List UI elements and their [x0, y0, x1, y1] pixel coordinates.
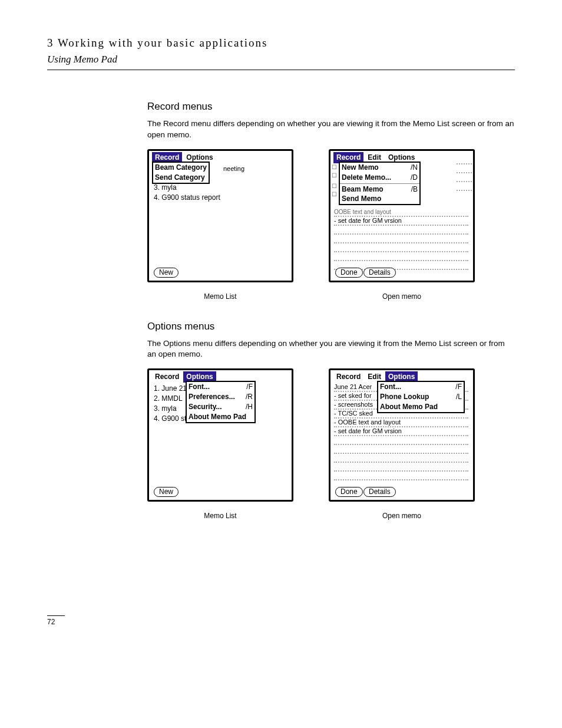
record-dropdown: New Memo/N Delete Memo.../D Beam Memo/B …	[339, 162, 421, 205]
memo-line: screenshots	[334, 401, 373, 409]
memo-line: TC/SC sked	[334, 410, 373, 417]
memo-line: set date for GM vrsion	[334, 217, 402, 225]
menu-send-category[interactable]: Send Category	[153, 173, 209, 183]
menu-security[interactable]: Security.../H	[187, 402, 254, 412]
memo-line: set date for GM vrsion	[334, 427, 402, 435]
menu-record[interactable]: Record	[152, 371, 182, 383]
options-menus-figures: Record Options 1. June 21 2. MMDL 3. myl…	[147, 368, 515, 521]
new-button[interactable]: New	[154, 487, 178, 497]
menu-record[interactable]: Record	[333, 371, 363, 383]
chapter-title: 3 Working with your basic applications	[47, 35, 515, 51]
figure-caption: Memo List	[204, 511, 236, 521]
menu-about[interactable]: About Memo Pad	[378, 402, 464, 412]
memo-list-options-screenshot: Record Options 1. June 21 2. MMDL 3. myl…	[147, 368, 293, 502]
figure-caption: Open memo	[382, 292, 421, 302]
memo-line: set sked for	[334, 392, 372, 400]
record-menus-para: The Record menu differs depending on whe…	[147, 118, 515, 141]
options-dropdown: Font.../F Phone Lookup/L About Memo Pad	[377, 381, 465, 413]
memo-list-record-screenshot: Record Options Beam Category Send Catego…	[147, 149, 293, 282]
menu-font[interactable]: Font.../F	[187, 382, 254, 392]
done-button[interactable]: Done	[335, 487, 363, 497]
new-button[interactable]: New	[154, 268, 178, 278]
menu-about[interactable]: About Memo Pad	[187, 412, 254, 422]
page-number: 72	[47, 615, 65, 627]
options-menus-heading: Options menus	[147, 319, 515, 334]
bg-text: neeting	[223, 164, 287, 173]
menu-font[interactable]: Font.../F	[378, 382, 464, 392]
details-button[interactable]: Details	[363, 487, 396, 497]
memo-line: June 21 Acer	[334, 383, 372, 391]
record-menus-heading: Record menus	[147, 100, 515, 114]
bg-lines	[457, 163, 472, 191]
menu-beam-memo[interactable]: Beam Memo/B	[340, 185, 419, 195]
options-dropdown: Font.../F Preferences.../R Security.../H…	[186, 381, 256, 423]
header-divider	[47, 70, 515, 70]
done-button[interactable]: Done	[335, 268, 363, 278]
memo-line: OOBE text and layout	[334, 419, 401, 426]
details-button[interactable]: Details	[363, 268, 396, 278]
record-menus-figures: Record Options Beam Category Send Catego…	[147, 149, 515, 302]
open-memo-options-screenshot: Record Edit Options June 21 Acer set ske…	[329, 368, 475, 502]
menu-new-memo[interactable]: New Memo/N	[340, 163, 419, 173]
figure-caption: Memo List	[204, 292, 236, 302]
menu-phone-lookup[interactable]: Phone Lookup/L	[378, 392, 464, 402]
menu-delete-memo[interactable]: Delete Memo.../D	[340, 173, 419, 183]
section-subtitle: Using Memo Pad	[47, 52, 515, 67]
open-memo-record-screenshot: Record Edit Options ☐☐☐☐ New Memo/N Dele…	[329, 149, 475, 282]
list-item[interactable]: 3. myla	[154, 183, 287, 193]
list-item[interactable]: 4. G900 status report	[154, 193, 287, 203]
menu-send-memo[interactable]: Send Memo	[340, 194, 419, 204]
menu-preferences[interactable]: Preferences.../R	[187, 392, 254, 402]
figure-caption: Open memo	[382, 511, 421, 521]
menu-beam-category[interactable]: Beam Category	[153, 163, 209, 173]
memo-line: OOBE text and layout	[334, 208, 391, 216]
record-dropdown: Beam Category Send Category	[152, 162, 210, 184]
options-menus-para: The Options menu differs depending on wh…	[147, 338, 515, 361]
checklist-ticks: ☐☐☐☐	[332, 163, 337, 199]
